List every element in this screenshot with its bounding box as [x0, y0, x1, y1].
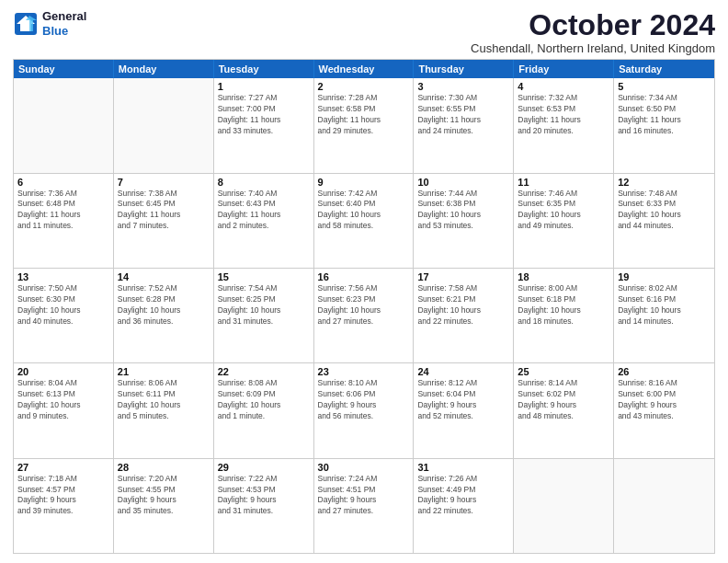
- cell-info: Sunrise: 7:54 AM Sunset: 6:25 PM Dayligh…: [218, 283, 310, 327]
- cell-info: Sunrise: 7:34 AM Sunset: 6:50 PM Dayligh…: [618, 93, 711, 137]
- cell-info: Sunrise: 7:50 AM Sunset: 6:30 PM Dayligh…: [17, 283, 109, 327]
- cell-day-number: 21: [118, 366, 210, 377]
- calendar-cell: 21Sunrise: 8:06 AM Sunset: 6:11 PM Dayli…: [114, 363, 214, 457]
- calendar-row-4: 27Sunrise: 7:18 AM Sunset: 4:57 PM Dayli…: [14, 458, 714, 553]
- calendar-header: SundayMondayTuesdayWednesdayThursdayFrid…: [14, 60, 714, 78]
- day-header-monday: Monday: [114, 60, 214, 78]
- cell-day-number: 23: [318, 366, 410, 377]
- cell-day-number: 4: [518, 81, 609, 92]
- calendar-cell: 28Sunrise: 7:20 AM Sunset: 4:55 PM Dayli…: [114, 459, 214, 553]
- cell-day-number: 11: [518, 177, 609, 188]
- cell-day-number: 19: [618, 271, 711, 282]
- cell-info: Sunrise: 7:52 AM Sunset: 6:28 PM Dayligh…: [118, 283, 210, 327]
- cell-info: Sunrise: 7:32 AM Sunset: 6:53 PM Dayligh…: [518, 93, 609, 137]
- calendar-row-1: 6Sunrise: 7:36 AM Sunset: 6:48 PM Daylig…: [14, 173, 714, 268]
- calendar-cell: [114, 78, 214, 172]
- cell-info: Sunrise: 7:44 AM Sunset: 6:38 PM Dayligh…: [417, 189, 509, 233]
- calendar-cell: 24Sunrise: 8:12 AM Sunset: 6:04 PM Dayli…: [414, 363, 514, 457]
- header: General Blue October 2024 Cushendall, No…: [13, 9, 715, 55]
- cell-day-number: 5: [618, 81, 711, 92]
- cell-day-number: 12: [618, 177, 711, 188]
- cell-day-number: 25: [518, 366, 609, 377]
- calendar-cell: 27Sunrise: 7:18 AM Sunset: 4:57 PM Dayli…: [14, 459, 114, 553]
- calendar-row-2: 13Sunrise: 7:50 AM Sunset: 6:30 PM Dayli…: [14, 268, 714, 362]
- cell-day-number: 30: [318, 462, 410, 473]
- day-header-sunday: Sunday: [14, 60, 114, 78]
- day-header-saturday: Saturday: [614, 60, 714, 78]
- cell-info: Sunrise: 7:18 AM Sunset: 4:57 PM Dayligh…: [17, 474, 109, 518]
- calendar-cell: 4Sunrise: 7:32 AM Sunset: 6:53 PM Daylig…: [514, 78, 614, 172]
- cell-day-number: 14: [118, 271, 210, 282]
- cell-day-number: 31: [417, 462, 509, 473]
- calendar-body: 1Sunrise: 7:27 AM Sunset: 7:00 PM Daylig…: [14, 78, 714, 553]
- calendar-cell: 9Sunrise: 7:42 AM Sunset: 6:40 PM Daylig…: [314, 174, 415, 268]
- cell-info: Sunrise: 7:58 AM Sunset: 6:21 PM Dayligh…: [417, 283, 509, 327]
- cell-info: Sunrise: 7:22 AM Sunset: 4:53 PM Dayligh…: [218, 474, 310, 518]
- cell-info: Sunrise: 8:06 AM Sunset: 6:11 PM Dayligh…: [118, 378, 210, 422]
- cell-day-number: 29: [218, 462, 310, 473]
- cell-info: Sunrise: 7:20 AM Sunset: 4:55 PM Dayligh…: [118, 474, 210, 518]
- calendar-cell: 31Sunrise: 7:26 AM Sunset: 4:49 PM Dayli…: [414, 459, 514, 553]
- cell-day-number: 9: [318, 177, 410, 188]
- cell-info: Sunrise: 7:56 AM Sunset: 6:23 PM Dayligh…: [318, 283, 410, 327]
- day-header-tuesday: Tuesday: [214, 60, 314, 78]
- calendar-cell: 5Sunrise: 7:34 AM Sunset: 6:50 PM Daylig…: [614, 78, 714, 172]
- cell-info: Sunrise: 7:46 AM Sunset: 6:35 PM Dayligh…: [518, 189, 609, 233]
- cell-info: Sunrise: 8:04 AM Sunset: 6:13 PM Dayligh…: [17, 378, 109, 422]
- cell-day-number: 18: [518, 271, 609, 282]
- calendar-cell: [14, 78, 114, 172]
- day-header-thursday: Thursday: [414, 60, 514, 78]
- calendar-cell: 7Sunrise: 7:38 AM Sunset: 6:45 PM Daylig…: [114, 174, 214, 268]
- title-block: October 2024 Cushendall, Northern Irelan…: [471, 9, 715, 55]
- cell-day-number: 24: [417, 366, 509, 377]
- cell-info: Sunrise: 7:48 AM Sunset: 6:33 PM Dayligh…: [618, 189, 711, 233]
- calendar-cell: 20Sunrise: 8:04 AM Sunset: 6:13 PM Dayli…: [14, 363, 114, 457]
- day-header-friday: Friday: [514, 60, 614, 78]
- cell-info: Sunrise: 7:24 AM Sunset: 4:51 PM Dayligh…: [318, 474, 410, 518]
- calendar-cell: 30Sunrise: 7:24 AM Sunset: 4:51 PM Dayli…: [314, 459, 415, 553]
- cell-info: Sunrise: 8:12 AM Sunset: 6:04 PM Dayligh…: [417, 378, 509, 422]
- calendar-cell: [614, 459, 714, 553]
- month-title: October 2024: [471, 9, 715, 41]
- cell-info: Sunrise: 8:10 AM Sunset: 6:06 PM Dayligh…: [318, 378, 410, 422]
- calendar-cell: 2Sunrise: 7:28 AM Sunset: 6:58 PM Daylig…: [314, 78, 415, 172]
- location: Cushendall, Northern Ireland, United Kin…: [471, 41, 715, 55]
- calendar-cell: 6Sunrise: 7:36 AM Sunset: 6:48 PM Daylig…: [14, 174, 114, 268]
- cell-info: Sunrise: 8:00 AM Sunset: 6:18 PM Dayligh…: [518, 283, 609, 327]
- cell-info: Sunrise: 7:27 AM Sunset: 7:00 PM Dayligh…: [218, 93, 310, 137]
- calendar-cell: 3Sunrise: 7:30 AM Sunset: 6:55 PM Daylig…: [414, 78, 514, 172]
- logo-line2: Blue: [42, 24, 86, 39]
- cell-info: Sunrise: 7:30 AM Sunset: 6:55 PM Dayligh…: [417, 93, 509, 137]
- cell-day-number: 20: [17, 366, 109, 377]
- calendar-cell: 16Sunrise: 7:56 AM Sunset: 6:23 PM Dayli…: [314, 269, 415, 362]
- calendar-cell: 25Sunrise: 8:14 AM Sunset: 6:02 PM Dayli…: [514, 363, 614, 457]
- cell-day-number: 13: [17, 271, 109, 282]
- calendar-cell: 17Sunrise: 7:58 AM Sunset: 6:21 PM Dayli…: [414, 269, 514, 362]
- cell-info: Sunrise: 8:16 AM Sunset: 6:00 PM Dayligh…: [618, 378, 711, 422]
- calendar-cell: 1Sunrise: 7:27 AM Sunset: 7:00 PM Daylig…: [214, 78, 314, 172]
- cell-day-number: 28: [118, 462, 210, 473]
- cell-day-number: 3: [417, 81, 509, 92]
- cell-info: Sunrise: 7:40 AM Sunset: 6:43 PM Dayligh…: [218, 189, 310, 233]
- cell-info: Sunrise: 7:26 AM Sunset: 4:49 PM Dayligh…: [417, 474, 509, 518]
- cell-day-number: 1: [218, 81, 310, 92]
- calendar-cell: 11Sunrise: 7:46 AM Sunset: 6:35 PM Dayli…: [514, 174, 614, 268]
- cell-info: Sunrise: 8:02 AM Sunset: 6:16 PM Dayligh…: [618, 283, 711, 327]
- calendar-cell: 19Sunrise: 8:02 AM Sunset: 6:16 PM Dayli…: [614, 269, 714, 362]
- calendar-cell: 26Sunrise: 8:16 AM Sunset: 6:00 PM Dayli…: [614, 363, 714, 457]
- cell-day-number: 15: [218, 271, 310, 282]
- calendar-cell: 23Sunrise: 8:10 AM Sunset: 6:06 PM Dayli…: [314, 363, 415, 457]
- logo-line1: General: [42, 9, 86, 24]
- cell-info: Sunrise: 8:14 AM Sunset: 6:02 PM Dayligh…: [518, 378, 609, 422]
- calendar-cell: 13Sunrise: 7:50 AM Sunset: 6:30 PM Dayli…: [14, 269, 114, 362]
- calendar-cell: 29Sunrise: 7:22 AM Sunset: 4:53 PM Dayli…: [214, 459, 314, 553]
- cell-day-number: 7: [118, 177, 210, 188]
- calendar-cell: 14Sunrise: 7:52 AM Sunset: 6:28 PM Dayli…: [114, 269, 214, 362]
- calendar-cell: 18Sunrise: 8:00 AM Sunset: 6:18 PM Dayli…: [514, 269, 614, 362]
- calendar-row-0: 1Sunrise: 7:27 AM Sunset: 7:00 PM Daylig…: [14, 78, 714, 172]
- calendar: SundayMondayTuesdayWednesdayThursdayFrid…: [13, 59, 715, 554]
- day-header-wednesday: Wednesday: [314, 60, 415, 78]
- logo: General Blue: [13, 9, 86, 38]
- logo-icon: [13, 11, 39, 37]
- page: General Blue October 2024 Cushendall, No…: [0, 0, 728, 563]
